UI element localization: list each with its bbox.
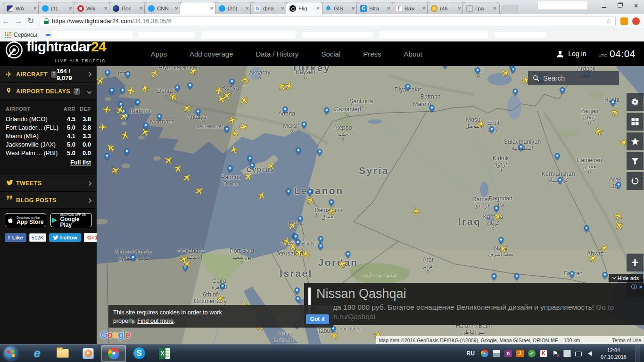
aircraft-icon[interactable]	[148, 66, 162, 80]
apps-grid-icon[interactable]	[5, 32, 11, 38]
tray-kaspersky-icon[interactable]: K	[540, 350, 547, 357]
aircraft-icon[interactable]	[237, 93, 251, 107]
minimize-button[interactable]	[598, 1, 610, 9]
extension-icon[interactable]	[620, 17, 628, 25]
facebook-like-button[interactable]: fLike	[5, 233, 26, 242]
browser-tab[interactable]: фла×	[250, 2, 288, 14]
close-button[interactable]: ×	[630, 1, 642, 9]
tab-close-button[interactable]: ×	[421, 5, 426, 11]
aircraft-icon[interactable]	[612, 218, 626, 232]
tab-close-button[interactable]: ×	[386, 5, 391, 11]
map-control-filters[interactable]	[627, 152, 644, 170]
tray-net-icon[interactable]	[575, 352, 582, 356]
aircraft-icon[interactable]	[474, 117, 488, 131]
aircraft-icon[interactable]	[97, 74, 107, 88]
aircraft-icon[interactable]	[336, 257, 349, 271]
aircraft-icon[interactable]	[139, 125, 152, 139]
taskbar-chrome[interactable]	[101, 345, 126, 362]
aircraft-icon[interactable]	[255, 189, 269, 203]
aircraft-icon[interactable]	[171, 162, 185, 176]
extension-icon[interactable]	[632, 17, 640, 25]
forward-icon[interactable]: →	[12, 16, 25, 26]
aircraft-icon[interactable]	[264, 159, 278, 173]
back-icon[interactable]: ←	[0, 16, 12, 26]
taskbar-internet-explorer[interactable]: e	[25, 345, 50, 362]
browser-tab[interactable]: Важ×	[392, 2, 429, 14]
map-control-favorites[interactable]: ★	[627, 132, 644, 150]
browser-tab[interactable]: Stra×	[356, 2, 394, 14]
ad-info-icon[interactable]: i	[631, 284, 637, 289]
taskbar-file-explorer[interactable]	[50, 345, 75, 362]
aircraft-icon[interactable]	[241, 170, 256, 184]
aircraft-icon[interactable]	[300, 248, 312, 260]
delay-row[interactable]: West Palm ... (PBI)5.00.0	[6, 149, 91, 157]
tray-onenote-icon[interactable]: n	[504, 350, 512, 357]
map-control-playback[interactable]	[627, 172, 644, 190]
nav-item-social[interactable]: Social	[321, 50, 340, 58]
ad-banner[interactable]: i × Nissan Qashqai Выгода 180 000 руб. Б…	[304, 283, 644, 325]
nav-item-data-history[interactable]: Data / History	[256, 50, 299, 58]
aircraft-icon[interactable]	[304, 194, 318, 207]
help-icon[interactable]: ?	[51, 71, 57, 78]
reload-icon[interactable]: ↻	[25, 16, 37, 26]
ad-title[interactable]: Nissan Qashqai	[316, 287, 630, 301]
aircraft-icon[interactable]	[109, 164, 123, 178]
browser-tab[interactable]: Гра×	[462, 2, 500, 14]
aircraft-icon[interactable]	[228, 143, 241, 156]
browser-tab[interactable]: WA×	[3, 2, 40, 14]
tab-close-button[interactable]: ×	[280, 5, 285, 11]
browser-tab[interactable]: (20)×	[215, 2, 252, 14]
sidebar-item-aircraft[interactable]: ✈ AIRCRAFT ? 164 / 9,079	[0, 66, 97, 83]
aircraft-icon[interactable]	[162, 153, 176, 167]
nav-item-add-coverage[interactable]: Add coverage	[190, 50, 233, 58]
login-button[interactable]: Log in	[556, 49, 586, 58]
aircraft-icon[interactable]	[238, 121, 250, 133]
taskbar-skype[interactable]: S	[127, 345, 151, 362]
tray-printer-icon[interactable]	[493, 350, 500, 357]
aircraft-icon[interactable]	[192, 184, 206, 198]
aircraft-icon[interactable]	[119, 129, 132, 142]
aircraft-icon[interactable]	[180, 101, 194, 115]
terms-of-use-link[interactable]: Terms of Use	[609, 336, 644, 344]
show-desktop-button[interactable]	[636, 345, 640, 362]
browser-tab[interactable]: Wik×	[74, 2, 111, 14]
language-indicator[interactable]: RU	[467, 350, 475, 357]
aircraft-icon[interactable]	[187, 66, 200, 78]
tray-ok-icon[interactable]: ✓	[528, 350, 536, 357]
got-it-button[interactable]: Got it	[306, 314, 329, 324]
tab-close-button[interactable]: ×	[174, 5, 179, 11]
browser-tab[interactable]: Flig×	[286, 2, 323, 14]
bookmark-star-icon[interactable]: ☆	[605, 17, 611, 25]
tray-vol-icon[interactable]	[586, 350, 594, 357]
map-control-settings[interactable]	[627, 93, 644, 111]
sidebar-item-airport-delays[interactable]: AIRPORT DELAYS ?	[0, 83, 97, 100]
google-play-badge[interactable]: ANDROID APP ONGoogle Play	[50, 213, 92, 227]
aircraft-icon[interactable]	[593, 125, 605, 138]
delay-row[interactable]: Miami (MIA)4.13.3	[6, 132, 91, 140]
tray-java-icon[interactable]: J	[516, 350, 524, 357]
taskbar-excel[interactable]	[152, 345, 177, 362]
start-button[interactable]	[4, 346, 18, 361]
nav-item-about[interactable]: About	[404, 50, 422, 58]
tab-close-button[interactable]: ×	[492, 5, 497, 11]
aircraft-icon[interactable]	[101, 104, 112, 115]
aircraft-icon[interactable]	[412, 206, 421, 216]
find-out-more-link[interactable]: Find out more	[137, 318, 173, 324]
tab-close-button[interactable]: ×	[103, 5, 108, 11]
browser-tab[interactable]: (1) ×	[38, 2, 75, 14]
aircraft-icon[interactable]	[609, 106, 622, 119]
delay-row[interactable]: Fort Lauder... (FLL)5.02.8	[6, 123, 91, 132]
aircraft-icon[interactable]	[497, 242, 511, 255]
aircraft-icon[interactable]	[286, 219, 300, 233]
sidebar-item-tweets[interactable]: TWEETS	[0, 175, 97, 192]
tab-close-button[interactable]: ×	[139, 5, 143, 11]
help-icon[interactable]: ?	[74, 88, 80, 95]
aircraft-icon[interactable]	[240, 75, 250, 85]
tab-close-button[interactable]: ×	[33, 5, 37, 11]
tab-close-button[interactable]: ×	[457, 5, 462, 11]
aircraft-icon[interactable]	[491, 210, 505, 224]
nav-item-apps[interactable]: Apps	[151, 50, 167, 58]
map-control-zoom-in[interactable]: +	[627, 254, 644, 272]
tab-close-button[interactable]: ×	[68, 5, 73, 11]
aircraft-icon[interactable]	[226, 114, 239, 127]
